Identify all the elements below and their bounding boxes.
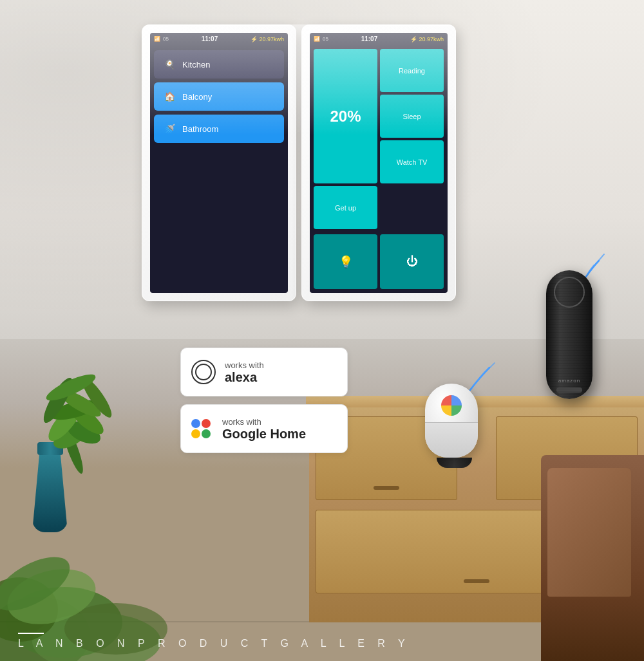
alexa-brand: alexa [225, 370, 264, 384]
panels-container: 📶 05 11:07 ⚡ 20.97kwh 🍳 Kitchen 🏠 Balcon… [142, 24, 456, 301]
plant-svg [13, 333, 142, 474]
room-btn-bathroom[interactable]: 🚿 Bathroom [154, 115, 284, 143]
kitchen-label: Kitchen [182, 60, 210, 70]
alexa-ring-icon [191, 360, 216, 384]
alexa-ring-inner [195, 364, 212, 380]
alexa-badge-text: works with alexa [225, 360, 264, 384]
time-right: 11:07 [361, 35, 378, 42]
percentage-display: 20% [314, 49, 377, 183]
brand-line [18, 633, 44, 634]
google-brand: Google Home [222, 427, 306, 441]
gh-light [441, 395, 462, 416]
echo-body: amazon [546, 270, 592, 399]
google-home-container [425, 384, 483, 468]
google-home-badge: works with Google Home [180, 404, 348, 453]
bathroom-label: Bathroom [182, 124, 218, 134]
time-left: 11:07 [202, 35, 218, 42]
bathroom-icon: 🚿 [162, 121, 177, 136]
mode-sleep[interactable]: Sleep [380, 95, 444, 138]
alexa-badge: works with alexa [180, 348, 348, 396]
room-btn-kitchen[interactable]: 🍳 Kitchen [154, 50, 284, 79]
panel-screen-right: 20% Reading Sleep Watch TV Get up 💡 ⏻ [310, 45, 448, 293]
chair-cushion [547, 468, 631, 597]
kitchen-icon: 🍳 [162, 57, 177, 72]
signal-right: 05 [323, 36, 328, 42]
signal-left: 05 [163, 36, 169, 42]
brand-footer: L A N B O N P R O D U C T G A L L E R Y [0, 633, 644, 649]
echo-container: amazon [546, 270, 592, 399]
gh-fabric [425, 422, 478, 458]
wifi-icon-left: 📶 [154, 36, 160, 42]
mode-watchtv[interactable]: Watch TV [380, 140, 444, 183]
gh-body [425, 384, 478, 458]
balcony-label: Balcony [182, 92, 212, 102]
gdot-red [202, 419, 211, 428]
brand-text: L A N B O N P R O D U C T G A L L E R Y [18, 638, 410, 649]
mode-getup[interactable]: Get up [314, 186, 377, 229]
drawer-handle-left [374, 486, 399, 490]
mode-reading[interactable]: Reading [380, 49, 444, 92]
bottom-greenery [0, 455, 206, 661]
google-works-with: works with [222, 417, 306, 427]
panel-screen-left: 🍳 Kitchen 🏠 Balcony 🚿 Bathroom [150, 45, 288, 293]
room-btn-balcony[interactable]: 🏠 Balcony [154, 82, 284, 111]
gh-body-container [425, 384, 483, 468]
gh-base [437, 458, 472, 468]
google-badge-text: works with Google Home [222, 417, 306, 441]
bottom-btns: 💡 ⏻ [314, 234, 444, 289]
drawer-handle-bottom [464, 579, 489, 583]
smart-panel-left: 📶 05 11:07 ⚡ 20.97kwh 🍳 Kitchen 🏠 Balcon… [142, 24, 296, 301]
chair-corner [515, 436, 644, 661]
gdot-green [202, 429, 211, 438]
power-right: ⚡ 20.97kwh [410, 36, 444, 42]
gdot-yellow [191, 429, 200, 438]
power-btn[interactable]: ⏻ [380, 234, 444, 289]
status-bar-right: 📶 05 11:07 ⚡ 20.97kwh [310, 33, 448, 45]
alexa-works-with: works with [225, 360, 264, 370]
light-btn[interactable]: 💡 [314, 234, 377, 289]
balcony-icon: 🏠 [162, 89, 177, 104]
compat-badges: works with alexa works with Google Home [180, 348, 348, 453]
status-left: 📶 05 [154, 36, 169, 42]
wifi-icon-right: 📶 [314, 36, 320, 42]
gdot-blue [191, 419, 200, 428]
power-left: ⚡ 20.97kwh [251, 36, 284, 42]
smart-panel-right: 📶 05 11:07 ⚡ 20.97kwh 20% Reading Sleep … [301, 24, 456, 301]
echo-texture [546, 270, 592, 399]
status-bar-left: 📶 05 11:07 ⚡ 20.97kwh [150, 33, 288, 45]
google-dots-icon [191, 419, 213, 438]
status-right-left: 📶 05 [314, 36, 328, 42]
